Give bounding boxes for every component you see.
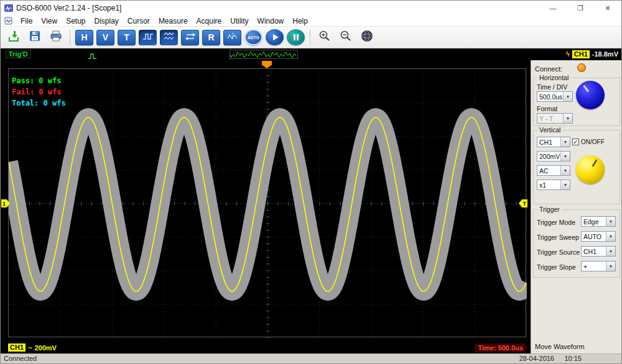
trigger-flag-icon: ϟ — [565, 50, 569, 58]
save-button[interactable] — [26, 29, 44, 47]
trigger-sweep-select[interactable]: AUTO — [581, 231, 616, 242]
chevron-down-icon — [563, 92, 572, 101]
floppy-icon — [29, 30, 40, 44]
network-button[interactable] — [358, 29, 376, 47]
move-waveform-label: Move Waveform — [535, 343, 585, 350]
xy-mode-button[interactable] — [181, 30, 199, 45]
horizontal-panel-button[interactable]: H — [75, 30, 93, 45]
trigger-group: Trigger Trigger Mode Edge Trigger Sweep … — [533, 209, 620, 278]
toolbar-separator — [70, 30, 70, 45]
fail-count: Fail: 0 wfs — [12, 86, 66, 98]
format-select[interactable]: Y - T — [537, 113, 573, 124]
status-time: 10:15 — [564, 355, 582, 362]
time-div-label: Time / DIV — [537, 83, 567, 91]
status-bar: Connected 28-04-2016 10:15 — [1, 353, 621, 363]
vertical-panel-button[interactable]: V — [96, 30, 114, 45]
autoset-button[interactable]: AUTO — [244, 29, 262, 45]
time-div-select[interactable]: 500.0us — [537, 91, 573, 102]
menu-item-display[interactable]: Display — [90, 16, 123, 26]
channel-badge: CH1 — [8, 344, 26, 352]
chevron-down-icon — [606, 232, 615, 241]
connect-indicator[interactable] — [577, 63, 586, 72]
scope-display: Pass: 0 wfs Fail: 0 wfs Total: 0 wfs 1 T… — [1, 60, 531, 353]
horizontal-group-title: Horizontal — [537, 74, 570, 81]
info-strip: Trig'D ϟ CH1 -18.8mV — [1, 48, 621, 60]
close-button[interactable]: ✕ — [594, 1, 621, 16]
window-title: DSO-6000 Ver2.1.24 - [Scope1] — [16, 4, 121, 12]
printer-icon — [50, 30, 62, 45]
channel-select[interactable]: CH1 — [537, 137, 570, 147]
swap-arrows-icon — [185, 32, 196, 43]
trigger-sweep-label: Trigger Sweep — [537, 234, 579, 241]
green-download-icon — [7, 30, 20, 45]
menu-item-help[interactable]: Help — [288, 16, 312, 26]
timebase-badge: Time: 500.0us — [475, 344, 526, 352]
trigger-status: Trig'D — [6, 50, 31, 58]
trigger-readout: ϟ CH1 -18.8mV — [565, 50, 618, 58]
menu-item-measure[interactable]: Measure — [154, 16, 192, 26]
chevron-down-icon — [560, 152, 570, 161]
vertical-group-title: Vertical — [537, 126, 562, 134]
window-controls: — ❒ ✕ — [539, 1, 621, 16]
vertical-knob[interactable] — [576, 155, 605, 184]
vertical-scale-select[interactable]: 200mV — [537, 151, 570, 162]
menu-item-setup[interactable]: Setup — [62, 16, 90, 26]
globe-icon — [360, 30, 374, 45]
cursor-wave-icon — [227, 32, 238, 43]
cursor-measure-button[interactable] — [223, 30, 241, 45]
maximize-button[interactable]: ❒ — [567, 1, 594, 16]
menu-item-file[interactable]: File — [16, 16, 37, 26]
trigger-panel-button[interactable]: T — [118, 30, 136, 45]
toolbar: H V T R AUTO — [1, 27, 621, 48]
menu-item-cursor[interactable]: Cursor — [123, 16, 154, 26]
run-button[interactable] — [266, 29, 284, 45]
document-icon — [4, 17, 12, 25]
vertical-group: Vertical CH1 ON/OFF 200mV AC — [533, 130, 620, 204]
play-icon — [273, 34, 279, 40]
menu-item-utility[interactable]: Utility — [226, 16, 253, 26]
app-icon — [4, 4, 13, 12]
trigger-level-value: -18.8mV — [592, 50, 618, 58]
toolbar-separator — [310, 30, 310, 45]
chevron-down-icon — [606, 262, 615, 271]
channel-scale: 200mV — [34, 344, 56, 352]
waveform-record-button[interactable] — [160, 30, 178, 45]
horizontal-knob[interactable] — [576, 81, 605, 109]
waveform-preview[interactable] — [230, 50, 298, 59]
pass-fail-readout: Pass: 0 wfs Fail: 0 wfs Total: 0 wfs — [12, 75, 66, 109]
trigger-time-marker[interactable] — [262, 61, 272, 68]
menu-bar: File View Setup Display Cursor Measure A… — [1, 16, 621, 27]
checkbox-check-icon — [572, 139, 579, 145]
onoff-label: ON/OFF — [581, 139, 605, 145]
import-button[interactable] — [4, 29, 22, 47]
pass-fail-button[interactable] — [139, 30, 157, 45]
trigger-source-select[interactable]: CH1 — [581, 246, 616, 257]
zoom-in-button[interactable] — [315, 29, 333, 47]
minimize-button[interactable]: — — [539, 1, 567, 16]
pause-button[interactable] — [287, 29, 305, 45]
trigger-mode-label: Trigger Mode — [537, 219, 575, 226]
ref-waveform-button[interactable]: R — [202, 30, 220, 45]
scope-grid[interactable] — [8, 68, 526, 337]
magnifier-plus-icon — [318, 30, 331, 45]
coupling-select[interactable]: AC — [537, 165, 570, 176]
print-button[interactable] — [47, 29, 65, 47]
menu-item-acquire[interactable]: Acquire — [192, 16, 226, 26]
zoom-out-button[interactable] — [337, 29, 355, 47]
double-wave-icon — [164, 32, 175, 43]
chevron-down-icon — [606, 217, 615, 226]
channel-info: CH1 ~ 200mV — [8, 344, 57, 352]
total-count: Total: 0 wfs — [12, 98, 66, 109]
trigger-slope-select[interactable]: + — [581, 261, 616, 271]
pass-count: Pass: 0 wfs — [12, 75, 66, 86]
trigger-slope-label: Trigger Slope — [537, 263, 576, 271]
title-bar: DSO-6000 Ver2.1.24 - [Scope1] — ❒ ✕ — [1, 1, 621, 16]
chevron-down-icon — [560, 166, 570, 175]
trigger-source-label: Trigger Source — [537, 248, 580, 256]
application-window: DSO-6000 Ver2.1.24 - [Scope1] — ❒ ✕ File… — [0, 0, 622, 364]
channel-onoff-checkbox[interactable]: ON/OFF — [572, 139, 605, 145]
menu-item-window[interactable]: Window — [253, 16, 289, 26]
menu-item-view[interactable]: View — [37, 16, 62, 26]
trigger-mode-select[interactable]: Edge — [581, 216, 616, 227]
probe-select[interactable]: x1 — [537, 180, 570, 190]
